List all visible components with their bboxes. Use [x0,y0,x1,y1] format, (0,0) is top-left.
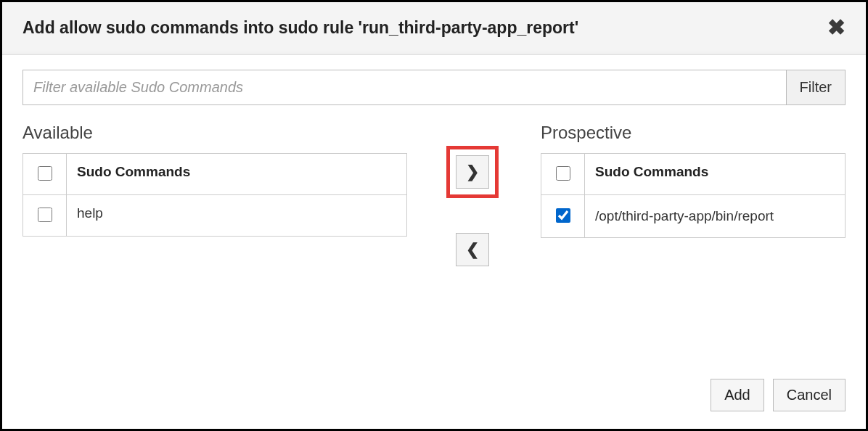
move-left-wrap: ❮ [451,229,494,271]
move-buttons-column: ❯ ❮ [407,123,538,271]
move-right-highlight: ❯ [446,146,499,198]
prospective-select-all-checkbox[interactable] [556,166,570,181]
available-table: Sudo Commands help [22,153,407,237]
chevron-right-icon: ❯ [466,163,479,181]
filter-input[interactable] [22,70,787,105]
dialog-header: Add allow sudo commands into sudo rule '… [2,2,866,55]
table-row: help [23,195,407,237]
filter-row: Filter [22,70,846,105]
filter-button[interactable]: Filter [787,70,846,105]
move-left-button[interactable]: ❮ [456,233,489,266]
available-select-all-checkbox[interactable] [38,166,52,181]
prospective-select-all-cell [541,154,585,195]
available-item-checkbox[interactable] [38,208,52,222]
table-row: /opt/third-party-app/bin/report [541,195,846,238]
available-column: Available Sudo Commands [22,123,407,237]
prospective-column: Prospective Sudo Commands [541,123,846,238]
prospective-title: Prospective [541,123,846,143]
add-button[interactable]: Add [711,379,764,411]
dialog: Add allow sudo commands into sudo rule '… [2,2,866,429]
dialog-title: Add allow sudo commands into sudo rule '… [22,18,827,38]
prospective-column-header: Sudo Commands [585,154,846,195]
prospective-table: Sudo Commands /opt/third-party-app/bin/r… [541,153,846,238]
prospective-item-checkbox[interactable] [556,208,570,223]
move-right-button[interactable]: ❯ [456,155,489,189]
dialog-body: Filter Available Sudo Commands [2,55,866,429]
close-icon[interactable]: ✖ [827,17,846,38]
prospective-item-label: /opt/third-party-app/bin/report [585,195,846,238]
dialog-footer: Add Cancel [711,379,846,411]
cancel-button[interactable]: Cancel [773,379,846,411]
available-column-header: Sudo Commands [67,154,407,195]
chevron-left-icon: ❮ [466,240,479,259]
available-item-label: help [67,195,407,237]
available-select-all-cell [23,154,67,195]
available-title: Available [22,123,407,143]
